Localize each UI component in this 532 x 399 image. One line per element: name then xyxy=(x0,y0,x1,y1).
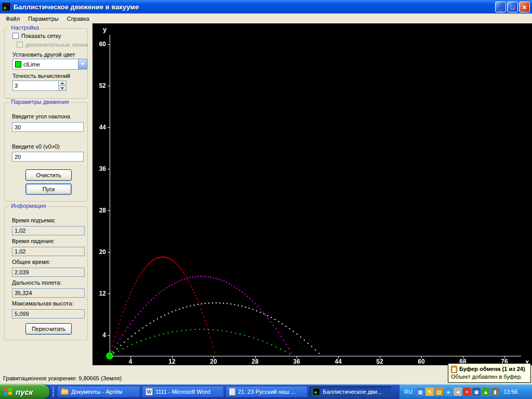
tooltip-text: Объект добавлен в буфер. xyxy=(451,373,528,381)
tooltip-title-row: Буфер обмена (1 из 24) xyxy=(451,365,528,373)
start-label: пуск xyxy=(16,388,33,396)
task-label: Документы - Артём xyxy=(71,389,122,395)
start-button[interactable]: Пуск xyxy=(25,183,72,195)
v0-label: Введите v0 (v0>0) xyxy=(12,143,60,150)
color-label: Установить другой цвет xyxy=(12,51,75,58)
clear-button[interactable]: Очистить xyxy=(25,169,72,181)
clipboard-tooltip: Буфер обмена (1 из 24) Объект добавлен в… xyxy=(448,363,531,383)
plot-area xyxy=(92,23,532,365)
minimize-button[interactable]: _ xyxy=(495,2,506,12)
tray-icon-network[interactable]: ▣ xyxy=(472,388,481,396)
start-menu-button[interactable]: пуск xyxy=(0,384,49,399)
show-grid-checkbox[interactable]: Показать сетку xyxy=(12,33,61,39)
info-group-title: Информация xyxy=(9,203,48,209)
color-swatch xyxy=(15,61,21,68)
tooltip-title: Буфер обмена (1 из 24) xyxy=(459,365,525,373)
spin-down-button[interactable] xyxy=(59,86,66,91)
motion-group-title: Параметры движения xyxy=(9,99,71,105)
tray-icon-grid[interactable]: ▦ xyxy=(416,388,424,396)
task-button-ballistic[interactable]: Баллистическое дви... xyxy=(309,386,391,397)
tray-icon-monitor[interactable]: ▮ xyxy=(491,388,499,396)
menu-item-parameters[interactable]: Параметры xyxy=(24,15,63,23)
precision-input[interactable] xyxy=(13,81,58,90)
menu-item-file[interactable]: Файл xyxy=(2,15,24,23)
spinner-buttons xyxy=(58,81,66,90)
color-value: clLime xyxy=(23,61,40,68)
task-label: 21. 23 Русский наш ... xyxy=(238,389,296,395)
taskbar: пуск Документы - Артём W 1111 - Microsof… xyxy=(0,384,532,399)
chevron-down-icon xyxy=(81,63,85,65)
angle-input[interactable] xyxy=(12,122,84,132)
settings-group-title: Настройка xyxy=(9,24,41,31)
checkbox-icon[interactable] xyxy=(12,33,19,39)
tray-icon-clipboard[interactable]: ▤ xyxy=(435,388,443,396)
task-label: Баллистическое дви... xyxy=(323,389,382,395)
maximize-button[interactable]: □ xyxy=(507,2,518,12)
total-time-value xyxy=(12,268,85,277)
app-icon xyxy=(2,3,10,11)
ball-icon xyxy=(4,7,6,9)
settings-group: Настройка Показать сетку дополнительные … xyxy=(4,28,88,99)
tray-icon-antivirus[interactable]: + xyxy=(463,388,471,396)
triangle-up-icon xyxy=(61,82,64,84)
extra-lines-checkbox: дополнительные линии xyxy=(17,42,88,48)
information-group: Информация Время подъема: Время падения:… xyxy=(4,206,88,340)
windows-logo-icon xyxy=(4,388,12,395)
status-text: Гравитационное ускорение: 9,80665 (Земля… xyxy=(3,375,122,381)
max-height-value xyxy=(12,309,85,318)
recalculate-button[interactable]: Пересчитать xyxy=(25,323,72,335)
clock: 13:56 xyxy=(503,389,518,395)
triangle-down-icon xyxy=(61,87,64,89)
angle-label: Введите угол наклона xyxy=(12,113,70,119)
checkbox-icon xyxy=(17,42,23,48)
motion-parameters-group: Параметры движения Введите угол наклона … xyxy=(4,102,88,202)
tray-icon-shield[interactable]: ▲ xyxy=(482,388,490,396)
title-bar: Баллистическое движение в вакууме _ □ × xyxy=(0,0,532,14)
v0-input[interactable] xyxy=(12,152,84,162)
trajectory-canvas xyxy=(92,23,532,365)
clipboard-icon xyxy=(451,366,457,373)
spin-up-button[interactable] xyxy=(59,81,66,86)
precision-label: Точность вычислений xyxy=(12,73,70,79)
extra-lines-label: дополнительные линии xyxy=(25,42,88,48)
task-button-russian-doc[interactable]: 21. 23 Русский наш ... xyxy=(225,386,308,397)
show-grid-label: Показать сетку xyxy=(21,33,61,39)
ballistic-app-icon xyxy=(313,388,320,395)
rise-time-label: Время подъема: xyxy=(12,217,56,223)
window-controls: _ □ × xyxy=(495,2,530,12)
word-icon: W xyxy=(145,388,153,395)
menu-bar: Файл Параметры Справка xyxy=(0,14,532,23)
close-button[interactable]: × xyxy=(519,2,530,12)
task-button-documents[interactable]: Документы - Артём xyxy=(57,386,140,397)
tray-icon-pencil[interactable]: ✎ xyxy=(425,388,434,396)
rise-time-value xyxy=(12,226,85,235)
menu-item-help[interactable]: Справка xyxy=(63,15,94,23)
fall-time-value xyxy=(12,247,85,256)
range-value xyxy=(12,288,85,298)
folder-icon xyxy=(61,389,69,395)
max-height-label: Максимальная высота: xyxy=(12,300,73,307)
tray-icon-clock[interactable]: ● xyxy=(444,388,453,396)
task-label: 1111 - Microsoft Word xyxy=(155,389,210,395)
document-icon xyxy=(229,388,235,395)
dropdown-button[interactable] xyxy=(78,59,87,69)
language-indicator[interactable]: RU xyxy=(404,389,413,395)
task-button-word[interactable]: W 1111 - Microsoft Word xyxy=(142,386,224,397)
precision-spinner[interactable] xyxy=(12,81,66,91)
color-select[interactable]: clLime xyxy=(12,59,87,70)
window-title: Баллистическое движение в вакууме xyxy=(14,3,139,11)
total-time-label: Общее время: xyxy=(12,259,50,265)
paper-icon xyxy=(453,368,456,372)
system-tray: RU ▦ ✎ ▤ ● ◄ + ▣ ▲ ▮ 13:56 xyxy=(399,384,532,399)
range-label: Дальность полета: xyxy=(12,280,61,286)
fall-time-label: Время падения: xyxy=(12,238,55,244)
tray-icon-volume[interactable]: ◄ xyxy=(454,388,462,396)
taskbar-grip[interactable] xyxy=(52,387,54,396)
